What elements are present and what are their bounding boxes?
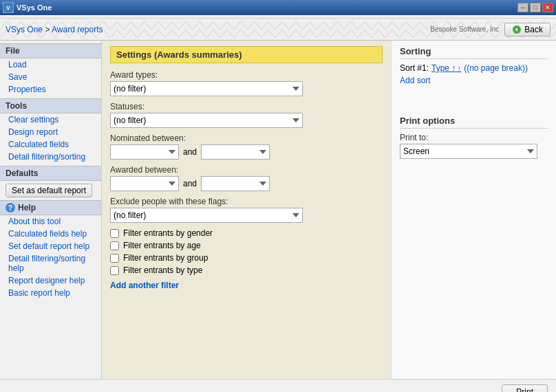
filter-gender-checkbox[interactable]: [110, 229, 119, 238]
award-types-row: Award types: (no filter): [110, 70, 383, 96]
filter-age-label: Filter entrants by age: [123, 241, 201, 250]
filter-gender-row: Filter entrants by gender: [110, 228, 383, 238]
breadcrumb: VSys One > Award reports: [6, 25, 103, 34]
window-controls: ─ □ ✕: [517, 3, 553, 12]
statuses-select[interactable]: (no filter): [110, 113, 303, 128]
filter-type-label: Filter entrants by type: [123, 265, 202, 275]
sidebar-item-detail-filter[interactable]: Detail filtering/sorting: [0, 151, 101, 163]
print-options-title: Print options: [400, 116, 548, 129]
svg-text:V: V: [6, 5, 10, 11]
statuses-label: Statuses:: [110, 102, 383, 111]
exclude-flags-row: Exclude people with these flags: (no fil…: [110, 197, 383, 223]
minimize-button[interactable]: ─: [517, 3, 528, 12]
header-area: VSys One > Award reports Bespoke Softwar…: [0, 19, 556, 41]
right-panel: Sorting Sort #1: Type ↑ ((no page break)…: [391, 41, 556, 379]
sidebar-tools-header: Tools: [0, 98, 101, 113]
print-to-select[interactable]: Screen: [400, 144, 537, 159]
company-name: Bespoke Software, Inc: [430, 25, 499, 33]
print-button[interactable]: Print: [502, 384, 548, 393]
filter-group-checkbox[interactable]: [110, 254, 119, 263]
sidebar-section-help: ? Help About this tool Calculated fields…: [0, 200, 101, 299]
filter-group-label: Filter entrants by group: [123, 253, 208, 263]
sidebar-item-save[interactable]: Save: [0, 71, 101, 83]
set-default-report-button[interactable]: Set as default report: [6, 184, 92, 197]
sidebar-help-header: ? Help: [0, 200, 101, 215]
sidebar-item-design-report[interactable]: Design report: [0, 126, 101, 138]
maximize-button[interactable]: □: [530, 3, 541, 12]
sort1-field-link[interactable]: Type ↑: [431, 63, 461, 73]
statuses-row: Statuses: (no filter): [110, 102, 383, 128]
sidebar-item-calculated-fields[interactable]: Calculated fields: [0, 138, 101, 151]
title-bar: V VSys One ─ □ ✕: [0, 0, 556, 15]
filter-group-row: Filter entrants by group: [110, 253, 383, 263]
sidebar-file-header: File: [0, 43, 101, 58]
filter-type-row: Filter entrants by type: [110, 265, 383, 275]
sidebar-item-load[interactable]: Load: [0, 58, 101, 71]
sidebar-section-tools: Tools Clear settings Design report Calcu…: [0, 98, 101, 163]
content-row: Settings (Awards summaries) Award types:…: [102, 41, 556, 379]
sidebar-item-detail-filter-help[interactable]: Detail filtering/sorting help: [0, 252, 101, 274]
settings-title: Settings (Awards summaries): [110, 46, 383, 63]
awarded-between-row: Awarded between: and: [110, 165, 383, 191]
print-to-label: Print to:: [400, 133, 548, 142]
breadcrumb-current[interactable]: Award reports: [52, 25, 103, 34]
award-types-select[interactable]: (no filter): [110, 81, 303, 96]
back-icon: [512, 25, 522, 34]
sidebar-item-basic-report-help[interactable]: Basic report help: [0, 287, 101, 299]
breadcrumb-sep: >: [45, 25, 50, 34]
window-title: VSys One: [17, 3, 52, 12]
sidebar-item-set-default-help[interactable]: Set default report help: [0, 240, 101, 252]
settings-panel: Settings (Awards summaries) Award types:…: [102, 41, 391, 379]
award-types-label: Award types:: [110, 70, 383, 80]
app-icon: V: [3, 2, 14, 13]
sidebar-item-report-designer-help[interactable]: Report designer help: [0, 274, 101, 287]
breadcrumb-home[interactable]: VSys One: [6, 25, 43, 34]
close-button[interactable]: ✕: [542, 3, 553, 12]
sidebar-item-properties[interactable]: Properties: [0, 83, 101, 96]
main-layout: File Load Save Properties Tools Clear se…: [0, 41, 556, 379]
sidebar-item-calc-help[interactable]: Calculated fields help: [0, 228, 101, 240]
nominated-between-row: Nominated between: and: [110, 133, 383, 160]
add-filter-link[interactable]: Add another filter: [110, 281, 383, 290]
spacer: [400, 94, 548, 107]
awarded-to-select[interactable]: [201, 176, 270, 191]
help-icon: ?: [6, 203, 15, 213]
sidebar-item-about-tool[interactable]: About this tool: [0, 215, 101, 228]
sidebar-item-clear-settings[interactable]: Clear settings: [0, 113, 101, 126]
add-sort-link[interactable]: Add sort: [400, 76, 431, 85]
filter-gender-label: Filter entrants by gender: [123, 228, 213, 238]
sort1-direction-link[interactable]: ((no page break)): [464, 63, 528, 73]
sort1-prefix: Sort #1:: [400, 63, 429, 73]
awarded-between-label: Awarded between:: [110, 165, 383, 175]
sidebar: File Load Save Properties Tools Clear se…: [0, 41, 102, 379]
exclude-flags-label: Exclude people with these flags:: [110, 197, 383, 206]
exclude-flags-select[interactable]: (no filter): [110, 208, 303, 223]
awarded-from-select[interactable]: [110, 176, 179, 191]
nominated-between-label: Nominated between:: [110, 133, 383, 143]
print-options-section: Print options Print to: Screen: [400, 116, 548, 159]
sorting-title: Sorting: [400, 46, 548, 59]
sidebar-defaults-header: Defaults: [0, 166, 101, 181]
nominated-from-select[interactable]: [110, 144, 179, 160]
nominated-to-select[interactable]: [201, 144, 270, 160]
sidebar-section-defaults: Defaults Set as default report: [0, 166, 101, 197]
awarded-and-label: and: [183, 179, 197, 188]
back-button[interactable]: Back: [504, 23, 550, 36]
sorting-section: Sorting Sort #1: Type ↑ ((no page break)…: [400, 46, 548, 85]
nominated-and-label: and: [183, 147, 197, 157]
footer-bar: Print: [0, 379, 556, 392]
filter-age-row: Filter entrants by age: [110, 241, 383, 250]
filter-type-checkbox[interactable]: [110, 266, 119, 275]
right-spacer: [400, 167, 548, 373]
filter-age-checkbox[interactable]: [110, 241, 119, 250]
sort1-row: Sort #1: Type ↑ ((no page break)): [400, 63, 548, 73]
sidebar-section-file: File Load Save Properties: [0, 43, 101, 96]
